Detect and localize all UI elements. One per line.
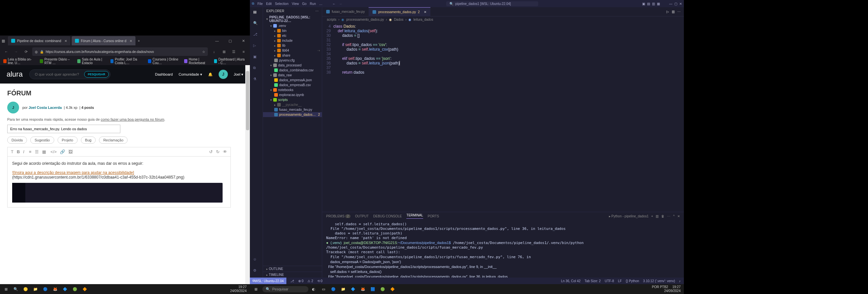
breadcrumb[interactable]: scripts › ◉ processamento_dados.py › ◉ D…	[322, 17, 684, 23]
menu-selection[interactable]: Selection	[275, 2, 288, 6]
file-pyvenv[interactable]: pyvenv.cfg	[263, 58, 322, 63]
back-button[interactable]: ←	[3, 50, 10, 54]
menu-more[interactable]: …	[319, 2, 322, 6]
folder-lib64[interactable]: ▸lib64⇢	[263, 48, 322, 53]
sidebar-toggle-icon[interactable]: ▥	[0, 39, 7, 43]
ports[interactable]: ⟲ 0	[317, 279, 322, 283]
chrome-icon[interactable]: 🔵	[329, 285, 338, 294]
clock[interactable]: POR PTB2 19:27 POR PTB2 24/09/2024	[647, 285, 683, 293]
menu-icon[interactable]: ≡	[240, 50, 247, 54]
tab-0[interactable]: Pipeline de dados: combinand✕	[8, 36, 70, 46]
maximize-button[interactable]: ▢	[224, 39, 237, 43]
edge-icon[interactable]: 🔵	[41, 285, 50, 294]
toolbar-table-icon[interactable]: ▦	[42, 149, 46, 154]
nav-forward[interactable]: →	[339, 2, 342, 6]
vscode-icon[interactable]: 🟦	[368, 285, 377, 294]
start-button[interactable]: ⊞	[251, 285, 260, 294]
command-center[interactable]: 🔍pipeline_dados1 [WSL: Ubuntu-22.04]	[446, 1, 538, 6]
layout-icon[interactable]: ▣	[642, 2, 645, 6]
close-button[interactable]: ✕	[679, 2, 682, 6]
toolbar-italic-icon[interactable]: I	[23, 149, 24, 154]
menu-view[interactable]: View	[292, 2, 299, 6]
more-icon[interactable]: ⋯	[315, 9, 319, 13]
panel-icon[interactable]: ▤	[647, 2, 650, 6]
folder-venv[interactable]: ▾.venv	[263, 23, 322, 28]
reload-button[interactable]: ⟳	[22, 50, 30, 54]
git-branch[interactable]: ⎇	[290, 279, 294, 283]
firefox-icon[interactable]: 🦊	[51, 285, 60, 294]
clock[interactable]: 19:2724/09/2024	[230, 285, 249, 293]
more-icon[interactable]: ⋯	[667, 214, 671, 218]
code-lines[interactable]: class Dados: def leitura_dados(self): da…	[333, 24, 684, 212]
menu-file[interactable]: File	[257, 2, 263, 6]
editor-tab-1[interactable]: processamento_dados.py 2✕	[369, 7, 430, 17]
sidebar-icon[interactable]: ▥	[652, 2, 655, 6]
tab-close-icon[interactable]: ✕	[64, 39, 67, 43]
toolbar-link-icon[interactable]: 🔗	[60, 149, 65, 154]
tab-problems[interactable]: PROBLEMS 2	[326, 214, 350, 218]
toolbar-image-icon[interactable]: 🖼	[68, 149, 73, 154]
file-empA[interactable]: dados_empresaA.json	[263, 78, 322, 83]
folder-data-raw[interactable]: ▾data_raw	[263, 73, 322, 78]
category-projeto[interactable]: Projeto	[58, 137, 78, 144]
file-explor[interactable]: exploracao.ipynb	[263, 92, 322, 97]
category-bug[interactable]: Bug	[81, 137, 96, 144]
tab-ports[interactable]: PORTS	[428, 214, 439, 218]
bookmark[interactable]: Coursera | Online Cou…	[148, 58, 182, 65]
explorer-icon[interactable]: 📁	[31, 285, 40, 294]
account-icon[interactable]: ☺	[253, 257, 260, 264]
terminal-env[interactable]: ▸ Python - pipeline_dados1	[609, 214, 649, 218]
folder-notebooks[interactable]: ▾notebooks	[263, 87, 322, 92]
taskbar-search[interactable]: 🔍Pesquisar	[262, 286, 308, 292]
close-icon[interactable]: ✕	[424, 10, 427, 14]
encoding[interactable]: UTF-8	[604, 279, 614, 283]
tab-output[interactable]: OUTPUT	[355, 214, 369, 218]
notifications-icon[interactable]: ♪	[679, 279, 681, 283]
tab-terminal[interactable]: TERMINAL	[406, 213, 423, 219]
search-icon[interactable]: 🔍	[253, 21, 260, 28]
toolbar-bold-icon[interactable]: B	[17, 149, 20, 154]
eol[interactable]: LF	[618, 279, 622, 283]
trash-icon[interactable]: 🗑	[661, 214, 664, 218]
star-icon[interactable]: ☆	[202, 50, 205, 54]
chrome2-icon[interactable]: 🟢	[70, 285, 80, 294]
user-name[interactable]: Joel ▾	[234, 72, 243, 77]
crumb[interactable]: leitura_dados	[413, 18, 433, 21]
scrollbar[interactable]	[245, 65, 250, 284]
settings-icon[interactable]: ⚙	[253, 268, 260, 275]
folder-data-processed[interactable]: ▾data_processed	[263, 63, 322, 68]
edge-icon[interactable]: 🔷	[348, 285, 358, 294]
close-panel-icon[interactable]: ✕	[677, 214, 680, 218]
app-icon[interactable]: 🔶	[388, 285, 397, 294]
file-fusao[interactable]: fusao_mercado_fev.py	[263, 107, 322, 112]
forward-button[interactable]: →	[12, 50, 20, 54]
category-reclamacao[interactable]: Reclamação	[99, 137, 128, 144]
testing-icon[interactable]: ⚗	[253, 77, 260, 84]
more-icon[interactable]: ⋯	[677, 10, 681, 13]
menu-go[interactable]: Go	[302, 2, 306, 6]
project-root[interactable]: ▾PIPELINE_DADOS1 [WSL: UBUNTU-22…	[263, 15, 322, 23]
category-sugestao[interactable]: Sugestão	[30, 137, 54, 144]
toolbar-code-icon[interactable]: </>	[51, 149, 57, 154]
toolbar-preview-icon[interactable]: 👁	[223, 149, 227, 154]
vscode-icon[interactable]: 🔷	[61, 285, 70, 294]
customlayout-icon[interactable]: ▦	[657, 2, 660, 6]
debug-icon[interactable]: ▷	[253, 43, 260, 50]
timeline-section[interactable]: ▸ TIMELINE	[263, 272, 322, 277]
folder-include[interactable]: ▸include	[263, 38, 322, 43]
category-duvida[interactable]: Dúvida	[7, 137, 27, 144]
maximize-panel-icon[interactable]: ^	[673, 214, 675, 218]
chrome-icon[interactable]: 🟡	[21, 285, 30, 294]
bookmark[interactable]: Sala de Aula | Estacio	[77, 58, 107, 65]
new-terminal-icon[interactable]: +	[651, 214, 653, 218]
tab-close-icon[interactable]: ✕	[129, 39, 132, 43]
explorer-icon[interactable]: 📁	[339, 285, 348, 294]
file-empB[interactable]: dados_empresaB.csv	[263, 83, 322, 87]
interpreter[interactable]: 3.10.12 ('.venv': venv)	[643, 279, 675, 283]
explorer-icon[interactable]: ▤	[253, 10, 260, 17]
maximize-button[interactable]: ▢	[674, 2, 677, 6]
scm-icon[interactable]: ⎇	[253, 32, 260, 39]
extensions-icon[interactable]: ⊞	[220, 50, 227, 54]
crumb[interactable]: Dados	[394, 18, 403, 21]
tab-debug[interactable]: DEBUG CONSOLE	[373, 214, 402, 218]
